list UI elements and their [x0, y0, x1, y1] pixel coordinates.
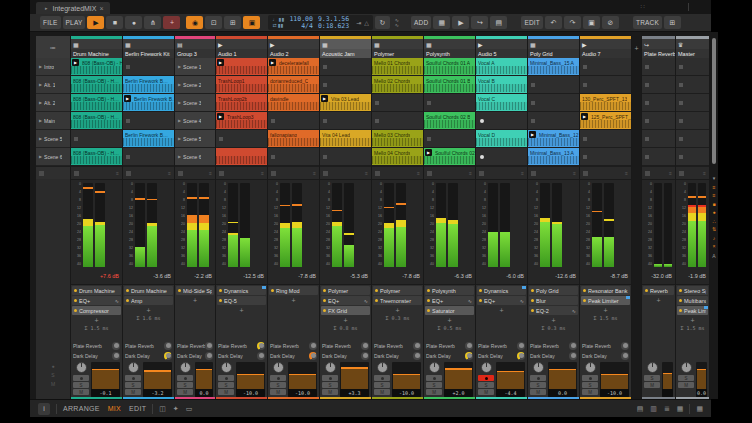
clip-stop-slot[interactable] — [476, 148, 527, 166]
solo-button[interactable]: S — [678, 375, 694, 381]
add-track-button[interactable]: + — [634, 45, 638, 399]
show-io-icon[interactable]: ∴ — [712, 219, 715, 224]
device-polymer[interactable]: Polymer — [373, 286, 422, 295]
stop-clips-button[interactable] — [583, 171, 588, 176]
device-eq[interactable]: EQ+∿ — [72, 296, 121, 305]
empty-clip-slot[interactable] — [216, 130, 267, 148]
device-mid-side-split[interactable]: Mid-Side Split — [176, 286, 214, 295]
clip-options-icon[interactable]: ≡ — [521, 170, 524, 176]
scene-play-icon[interactable]: ▶ — [178, 136, 181, 141]
clip-slot[interactable]: Soulful Chords 01 A — [424, 58, 475, 76]
play-menu-button[interactable]: PLAY — [63, 16, 86, 29]
record-arm-button[interactable] — [322, 375, 338, 381]
mute-button[interactable]: M — [322, 389, 338, 395]
record-arm-button[interactable] — [270, 375, 286, 381]
clip-slot[interactable]: ▶Soulful Chords 02 A — [424, 148, 475, 166]
io-panel-icon[interactable]: ▦ — [677, 405, 684, 413]
mute-button[interactable]: M — [374, 389, 390, 395]
device-enabled-led[interactable] — [219, 289, 222, 292]
punch-icon-2[interactable]: △ — [364, 19, 369, 26]
add-track-area[interactable]: + — [632, 32, 641, 399]
empty-clip-slot[interactable] — [642, 148, 675, 166]
clip-slot[interactable]: ▶Berlin Firework B… — [123, 94, 174, 112]
device-saturator[interactable]: Saturator — [425, 306, 474, 315]
clip-slot[interactable]: fallonapiano — [268, 130, 319, 148]
empty-clip-slot[interactable] — [528, 112, 579, 130]
show-fader-icon[interactable]: ♪ — [713, 236, 716, 241]
pan-knob[interactable] — [76, 362, 87, 373]
stop-all-clips-button[interactable] — [39, 171, 44, 176]
empty-clip-slot[interactable] — [580, 76, 631, 94]
stop-button[interactable]: ■ — [106, 16, 123, 29]
scene-row-alt-1[interactable]: ▶Alt. 1 — [36, 76, 70, 94]
window-grip-icon[interactable]: ∷ — [641, 3, 646, 11]
mute-button[interactable]: M — [478, 389, 494, 395]
group-scene-slot[interactable]: ▶Scene 4 — [175, 112, 215, 130]
device-enabled-led[interactable] — [271, 289, 274, 292]
add-device-button[interactable]: + — [372, 306, 423, 314]
volume-fader[interactable]: -10.0 — [600, 362, 629, 397]
device-enabled-led[interactable] — [323, 299, 326, 302]
clip-playing-icon[interactable]: ▶ — [269, 59, 276, 66]
clip-options-icon[interactable]: ≡ — [261, 170, 264, 176]
info-button[interactable]: i — [38, 403, 50, 415]
mute-button[interactable]: M — [582, 389, 598, 395]
punch-icon-1[interactable]: ⇥ — [356, 19, 361, 26]
scene-row-main[interactable]: ▶Main — [36, 112, 70, 130]
volume-fader[interactable]: -0.1 — [91, 362, 120, 397]
scene-play-icon[interactable]: ▶ — [39, 100, 42, 105]
clip-slot[interactable]: Soulful Chords 02 B — [424, 112, 475, 130]
device-fx-grid[interactable]: FX Grid — [321, 306, 370, 315]
panel-toggle-detail-icon[interactable]: ◫ — [159, 405, 166, 413]
empty-clip-slot[interactable] — [642, 76, 675, 94]
track-menu-button[interactable]: TRACK — [633, 16, 662, 29]
mute-button[interactable]: M — [270, 389, 286, 395]
clip-options-icon[interactable]: ≡ — [669, 170, 672, 176]
clip-playing-icon[interactable]: ▶ — [217, 59, 224, 66]
loop-button[interactable]: ↻ — [375, 16, 390, 29]
track-header[interactable]: ▦Polymer — [372, 32, 423, 58]
track-header[interactable]: ▦Drum Machine — [71, 32, 122, 58]
empty-clip-slot[interactable] — [528, 76, 579, 94]
pan-knob[interactable] — [481, 362, 492, 373]
clip-slot[interactable]: Berlin Firework B… — [123, 76, 174, 94]
send-knob[interactable] — [621, 342, 629, 350]
send-knob[interactable] — [465, 342, 473, 350]
duplicate-button[interactable]: ▣ — [583, 16, 600, 29]
send-knob[interactable] — [413, 352, 421, 360]
pan-knob[interactable] — [325, 362, 336, 373]
device-poly-grid[interactable]: Poly Grid — [529, 286, 578, 295]
group-scene-slot[interactable]: ▶Scene 1 — [175, 58, 215, 76]
clip-slot[interactable]: Minimal_Bass_15 A — [528, 58, 579, 76]
device-enabled-led[interactable] — [323, 289, 326, 292]
show-crossfade-icon[interactable]: ⇅ — [712, 227, 716, 232]
panel-toggle-device-icon[interactable]: ▭ — [186, 405, 193, 413]
clip-options-icon[interactable]: ≡ — [116, 170, 119, 176]
device-stereo-split[interactable]: Stereo Split — [677, 286, 708, 295]
group-scene-slot[interactable]: ▶Scene 5 — [175, 130, 215, 148]
clip-playing-icon[interactable]: ▶ — [217, 113, 224, 120]
group-scene-slot[interactable]: ▶Scene 6 — [175, 148, 215, 166]
delete-button[interactable]: ⊘ — [602, 16, 619, 29]
clip-options-icon[interactable]: ≡ — [625, 170, 628, 176]
device-enabled-led[interactable] — [531, 299, 534, 302]
device-enabled-led[interactable] — [479, 289, 482, 292]
empty-clip-slot[interactable] — [268, 112, 319, 130]
track-header[interactable]: ▶Audio 2 — [268, 32, 319, 58]
track-header[interactable]: ▦Polysynth — [424, 32, 475, 58]
scene-row-scene-6[interactable]: ▶Scene 6 — [36, 148, 70, 166]
show-sends-icon[interactable]: ● — [712, 210, 715, 215]
device-peak-limiter[interactable]: Peak Limiter — [677, 306, 708, 315]
clip-slot[interactable]: 808 (Bass-OB) - H… — [71, 76, 122, 94]
send-knob[interactable] — [361, 352, 369, 360]
device-enabled-led[interactable] — [427, 289, 430, 292]
device-enabled-led[interactable] — [178, 289, 181, 292]
clip-slot[interactable]: Soulful Chords 01 B — [424, 76, 475, 94]
volume-fader[interactable]: 0.0 — [548, 362, 577, 397]
view-button-arrange[interactable]: ARRANGE — [63, 405, 100, 412]
edit-menu-button[interactable]: EDIT — [521, 16, 543, 29]
send-knob[interactable] — [112, 342, 120, 350]
device-multiband-fx-3[interactable]: Multiband FX-3 — [677, 296, 708, 305]
send-knob[interactable] — [205, 342, 213, 350]
solo-button[interactable]: S — [218, 382, 234, 388]
